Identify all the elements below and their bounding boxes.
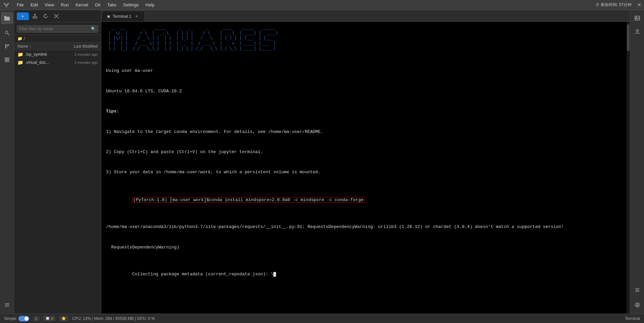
menubar-right: ⏱ 剩余时间: 57分钟 ✕: [595, 2, 641, 8]
sort-icon: ↑: [30, 45, 31, 48]
file-panel: +: [14, 10, 101, 314]
app-logo: [3, 1, 10, 9]
svg-point-21: [636, 17, 637, 18]
window-close-icon[interactable]: ✕: [637, 2, 641, 8]
svg-point-5: [5, 47, 6, 48]
sidebar-item-extensions[interactable]: [1, 54, 13, 66]
terminal-cursor: [273, 272, 276, 277]
file-name-1: 📁 .virtual_doc...: [17, 60, 57, 65]
menu-help[interactable]: Help: [142, 1, 158, 8]
menu-kernel[interactable]: Kernel: [72, 1, 92, 8]
file-row-1[interactable]: 📁 .virtual_doc... 2 minutes ago: [14, 58, 101, 66]
cpu-mem-display: CPU: 13% | Mem: 284 / 65536 MB | GPU: 0 …: [72, 316, 155, 321]
folder-icon-0: 📁: [17, 52, 23, 57]
right-panel-gear[interactable]: [631, 299, 643, 311]
terminal-command-line: (PyTorch-1.8) [ma-user work]$conda insta…: [106, 190, 625, 210]
svg-point-26: [636, 304, 638, 306]
sidebar-item-search[interactable]: [1, 27, 13, 39]
terminal-warning-1: /home/ma-user/anaconda3/lib/python3.7/si…: [106, 224, 625, 230]
menu-view[interactable]: View: [41, 1, 57, 8]
terminal-tab-icon: ▣: [107, 14, 110, 18]
upload-icon[interactable]: [30, 11, 40, 21]
terminal-collecting: Collecting package metadata (current_rep…: [106, 264, 625, 284]
svg-point-3: [5, 44, 6, 46]
folder-icon-1: 📁: [17, 60, 23, 65]
file-name-0: 📁 .lsp_symlink: [17, 52, 57, 57]
file-modified-0: 2 minutes ago: [57, 52, 98, 56]
file-label-0: .lsp_symlink: [25, 52, 47, 57]
toggle-track[interactable]: [18, 316, 29, 321]
menu-tabs[interactable]: Tabs: [104, 1, 119, 8]
statusbar: Simple 1 🔲 0 ⭐ CPU: 13% | Mem: 284 / 655…: [0, 314, 644, 323]
status-icon: 🔲: [45, 316, 50, 321]
breadcrumb-path[interactable]: /: [24, 36, 25, 41]
svg-line-2: [8, 34, 9, 35]
tab-count-badge: 1: [33, 316, 39, 321]
clear-icon[interactable]: [52, 11, 61, 21]
status-zero: 0: [51, 317, 53, 321]
terminal-line-2: Tips:: [106, 108, 625, 115]
terminal-scrollbar[interactable]: [627, 22, 630, 314]
file-row-0[interactable]: 📁 .lsp_symlink 2 minutes ago: [14, 50, 101, 58]
plus-icon: +: [21, 14, 24, 19]
mode-toggle[interactable]: Simple: [4, 316, 29, 321]
file-list: 📁 .lsp_symlink 2 minutes ago 📁 .virtual_…: [14, 50, 101, 314]
file-modified-1: 2 minutes ago: [57, 60, 98, 64]
sidebar-item-git[interactable]: [1, 40, 13, 52]
file-table-header: Name ↑ Last Modified: [14, 43, 101, 50]
terminal-line-1: Ubuntu 18.04.6 LTS, CUDA-10.2: [106, 88, 625, 95]
menubar: File Edit View Run Kernel Git Tabs Setti…: [0, 0, 644, 10]
statusbar-right: Terminal: [625, 316, 640, 321]
search-input[interactable]: [19, 27, 89, 31]
menu-settings[interactable]: Settings: [120, 1, 142, 8]
menu-edit[interactable]: Edit: [27, 1, 41, 8]
menu-run[interactable]: Run: [57, 1, 72, 8]
toggle-thumb: [24, 317, 29, 321]
terminal-line-0: Using user ma-user: [106, 67, 625, 74]
terminal-tab-label: Terminal 1: [113, 14, 131, 19]
left-icon-bar: [0, 10, 14, 314]
tab-count: 1: [35, 317, 37, 321]
terminal-output: Using user ma-user Ubuntu 18.04.6 LTS, C…: [106, 54, 625, 298]
star-icon: ⭐: [61, 316, 66, 321]
timer-icon: ⏱: [595, 3, 599, 7]
svg-rect-9: [5, 58, 7, 59]
mode-label: Simple: [4, 316, 16, 321]
svg-rect-11: [5, 60, 7, 62]
command-highlighted: (PyTorch-1.8) [ma-user work]$conda insta…: [132, 197, 365, 203]
svg-rect-10: [7, 58, 9, 59]
terminal-line-5: 3) Store your data in /home/ma-user/work…: [106, 169, 625, 176]
terminal-tab-1[interactable]: ▣ Terminal 1 ✕: [101, 11, 145, 21]
timer-display: ⏱ 剩余时间: 57分钟: [595, 2, 632, 8]
sidebar-item-list[interactable]: [1, 299, 13, 311]
star-badge: ⭐: [59, 316, 68, 321]
svg-point-1: [5, 31, 8, 34]
terminal-line-4: 2) Copy (Ctrl+C) and paste (Ctrl+V) on t…: [106, 149, 625, 155]
terminal-line-3: 1) Navigate to the target conda environm…: [106, 129, 625, 135]
folder-icon: 📁: [17, 36, 22, 41]
col-modified[interactable]: Last Modified: [57, 44, 98, 49]
svg-point-22: [636, 30, 638, 32]
menu-file[interactable]: File: [13, 1, 27, 8]
file-label-1: .virtual_doc...: [25, 60, 49, 65]
terminal-tabs: ▣ Terminal 1 ✕: [101, 10, 630, 22]
statusbar-left: Simple 1 🔲 0 ⭐ CPU: 13% | Mem: 284 / 655…: [4, 316, 155, 321]
col-name[interactable]: Name ↑: [17, 44, 57, 49]
sidebar-item-files[interactable]: [1, 12, 13, 24]
terminal-tab-close[interactable]: ✕: [134, 14, 139, 19]
svg-point-4: [8, 44, 9, 46]
terminal-label: Terminal: [625, 316, 640, 321]
menu-git[interactable]: Git: [92, 1, 104, 8]
terminal-scrollbar-thumb[interactable]: [627, 24, 630, 51]
breadcrumb: 📁 /: [14, 35, 101, 43]
right-panel-list[interactable]: [631, 284, 643, 296]
new-button[interactable]: +: [17, 12, 29, 20]
refresh-icon[interactable]: [41, 11, 50, 21]
right-panel-person[interactable]: [631, 26, 643, 38]
terminal-ascii-art: __ __ _ _____ _ _ _ ____ _____ ______ | …: [106, 25, 625, 51]
main-layout: +: [0, 10, 644, 314]
search-box: 🔍: [17, 25, 98, 33]
search-icon: 🔍: [91, 27, 96, 31]
terminal-content[interactable]: __ __ _ _____ _ _ _ ____ _____ ______ | …: [101, 22, 630, 314]
right-panel-image[interactable]: [631, 12, 643, 24]
